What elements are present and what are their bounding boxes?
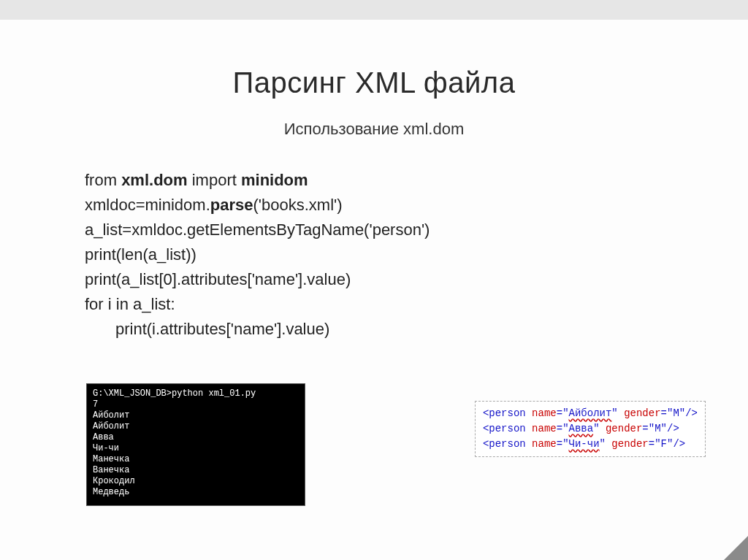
terminal-line: Крокодил [93, 476, 299, 487]
code-line-1: from xml.dom import minidom [85, 168, 748, 193]
slide-corner-accent [704, 536, 748, 560]
terminal-line: 7 [93, 399, 299, 410]
code-line-4: print(len(a_list)) [85, 242, 748, 267]
xml-snippet: <person name="Айболит" gender="M"/> <per… [475, 401, 706, 457]
code-line-6: for i in a_list: [85, 292, 748, 317]
slide-title: Парсинг XML файла [0, 20, 748, 99]
xml-row: <person name="Чи-чи" gender="F"/> [483, 437, 698, 452]
presentation-slide: Парсинг XML файла Использование xml.dom … [0, 20, 748, 560]
terminal-line: Медведь [93, 487, 299, 498]
terminal-prompt: G:\XML_JSON_DB>python xml_01.py [93, 388, 299, 399]
terminal-line: Айболит [93, 421, 299, 432]
terminal-line: Ванечка [93, 465, 299, 476]
terminal-line: Чи-чи [93, 443, 299, 454]
code-line-5: print(a_list[0].attributes['name'].value… [85, 267, 748, 292]
terminal-output: G:\XML_JSON_DB>python xml_01.py 7 Айболи… [86, 383, 305, 506]
slide-subtitle: Использование xml.dom [0, 120, 748, 139]
code-line-7: print(i.attributes['name'].value) [85, 317, 748, 342]
terminal-line: Айболит [93, 410, 299, 421]
code-example: from xml.dom import minidom xmldoc=minid… [85, 168, 748, 342]
xml-row: <person name="Авва" gender="M"/> [483, 421, 698, 437]
terminal-line: Манечка [93, 454, 299, 465]
code-line-3: a_list=xmldoc.getElementsByTagName('pers… [85, 218, 748, 242]
xml-row: <person name="Айболит" gender="M"/> [483, 406, 698, 421]
terminal-line: Авва [93, 432, 299, 443]
code-line-2: xmldoc=minidom.parse('books.xml') [85, 193, 748, 218]
